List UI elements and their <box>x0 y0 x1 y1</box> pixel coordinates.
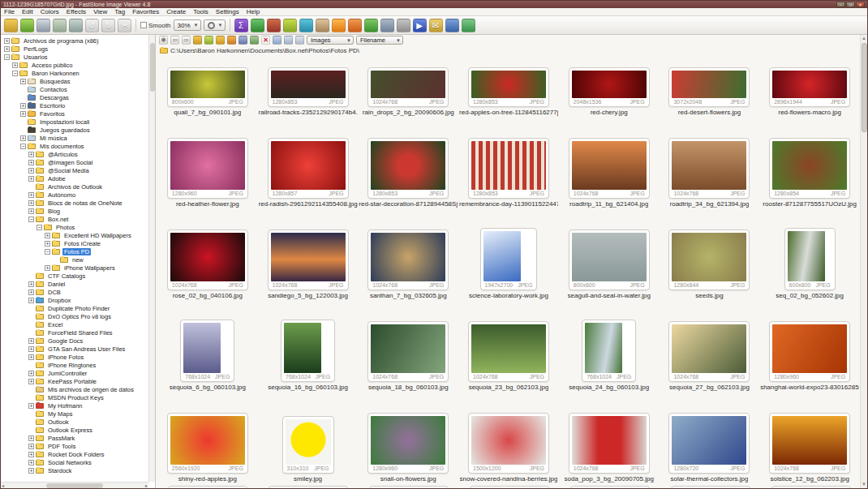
maximize-button[interactable]: □ <box>846 2 855 7</box>
tree-item-fotos-pd[interactable]: −Fotos PD <box>2 247 148 255</box>
tree-item-excellent-hd-wallpapers[interactable]: +Excellent HD Wallpapers <box>2 231 148 239</box>
tree-item-outlook-express[interactable]: Outlook Express <box>2 426 148 434</box>
tree-item-aut-nomo[interactable]: +Autónomo <box>2 191 148 199</box>
crop-board-icon[interactable] <box>397 19 410 32</box>
tree-item-perflogs[interactable]: +PerfLogs <box>2 45 148 53</box>
thumbnail[interactable]: 768x1024JPEGsequoia_16_bg_060103.jpg <box>258 302 359 393</box>
tree-expander[interactable]: + <box>12 62 18 68</box>
folder-favorite-icon[interactable] <box>227 36 236 45</box>
thumbnail[interactable]: 768x1024JPEGsequoia_6_bg_060103.jpg <box>157 302 258 393</box>
tree-item-duplicate-photo-finder[interactable]: Duplicate Photo Finder <box>2 304 148 312</box>
tree-expander[interactable]: + <box>45 233 50 238</box>
thumbnail[interactable]: 1280x853JPEGred-star-decoration-87128944… <box>358 118 458 210</box>
tree-expander[interactable]: + <box>28 452 34 457</box>
thumbnail[interactable]: 1024x768JPEGroadtrip_34_bg_621394.jpg <box>660 118 760 210</box>
tree-expander[interactable]: + <box>28 200 34 206</box>
contact-sheet-icon[interactable] <box>380 19 394 32</box>
clone-stamp-icon[interactable] <box>299 19 313 32</box>
effects-icon[interactable] <box>283 19 297 32</box>
tree-vertical-scrollbar[interactable] <box>148 35 155 482</box>
scroll-up-arrow[interactable]: ▲ <box>861 35 867 42</box>
tree-item-photos[interactable]: −Photos <box>2 223 148 231</box>
folder-refresh-icon[interactable] <box>204 36 213 45</box>
content-scrollbar[interactable]: ▲ ▼ <box>860 35 867 488</box>
tree-horizontal-scrollbar[interactable]: ◂ ▸ <box>1 482 148 488</box>
tree-expander[interactable]: + <box>28 281 34 287</box>
thumbnail[interactable]: 1947x2700JPEGscience-laboratory-work.jpg <box>458 210 559 302</box>
thumbnail[interactable]: 1280x857JPEGred-radish-2961292114355408.… <box>258 118 359 210</box>
tree-item-mi-m-sica[interactable]: +Mi música <box>2 134 148 142</box>
tree-item-juegos-guardados[interactable]: Juegos guardados <box>2 126 148 134</box>
address-bar[interactable]: C:\Users\Baron Harkonnen\Documents\Box.n… <box>156 45 867 55</box>
copy-to-folder-icon[interactable] <box>53 19 67 32</box>
thumbnail[interactable]: 600x800JPEGseq_02_bg_052602.jpg <box>759 210 860 302</box>
slideshow-icon[interactable]: ▶ <box>413 19 427 32</box>
color-adjust-icon[interactable] <box>332 19 346 32</box>
thumbnail[interactable]: 1500x1200JPEGsnow-covered-nandina-berrie… <box>458 393 559 485</box>
close-button[interactable]: ✕ <box>856 2 865 7</box>
tree-expander[interactable]: + <box>28 160 34 165</box>
tree-item-blocs-de-notas-de-onenote[interactable]: +Blocs de notas de OneNote <box>2 199 148 207</box>
tree-item--art-culos[interactable]: +@Artículos <box>2 150 148 158</box>
tree-expander[interactable]: + <box>4 46 10 52</box>
thumbnail-partial[interactable] <box>258 485 359 488</box>
forward-icon[interactable]: ⇨ <box>182 36 191 45</box>
open-folder-icon[interactable] <box>4 19 18 32</box>
tree-item-contactos[interactable]: Contactos <box>2 85 148 93</box>
tree-expander[interactable]: + <box>28 338 34 344</box>
tree-item-gta-san-andreas-user-files[interactable]: +GTA San Andreas User Files <box>2 345 148 353</box>
tree-expander[interactable]: + <box>45 241 50 247</box>
tree-item-b-squedas[interactable]: +Búsquedas <box>2 77 148 85</box>
tree-expander[interactable]: + <box>28 298 34 303</box>
tree-expander[interactable]: + <box>28 435 34 441</box>
thumbnail[interactable]: 1280x960JPEGred-heather-flower.jpg <box>157 118 258 210</box>
tree-item-baron-harkonnen[interactable]: −Baron Harkonnen <box>2 69 148 77</box>
tree-item-iphone-fotos[interactable]: +iPhone Fotos <box>2 353 148 361</box>
tree-item-dcb[interactable]: +DCB <box>2 288 148 296</box>
scrollbar-thumb[interactable] <box>150 43 155 92</box>
thumbnail-partial[interactable] <box>359 485 459 488</box>
thumbnail-partial[interactable] <box>560 485 660 488</box>
tree-item-msdn-product-keys[interactable]: MSDN Product Keys <box>2 393 148 401</box>
thumbnail-partial[interactable] <box>761 485 860 488</box>
tree-item-mis-documentos[interactable]: −Mis documentos <box>2 142 148 150</box>
tree-item-fotos-icreate[interactable]: +Fotos iCreate <box>2 239 148 247</box>
menu-settings[interactable]: Settings <box>216 8 239 16</box>
compare-icon[interactable]: Σ <box>234 19 248 32</box>
move-file-icon[interactable] <box>250 36 259 45</box>
thumbnail-partial[interactable] <box>660 485 761 488</box>
scrollbar-thumb[interactable] <box>862 43 867 132</box>
thumbnail[interactable]: 1280x720JPEGsolar-thermal-collectors.jpg <box>660 393 760 485</box>
thumbnail-partial[interactable] <box>157 485 258 488</box>
smooth-checkbox[interactable]: Smooth <box>140 22 171 29</box>
tree-item-new[interactable]: new <box>2 255 148 264</box>
thumbnail[interactable]: 1024x768JPEGsequoia_18_bg_060103.jpg <box>358 302 458 393</box>
favorites-star-icon[interactable]: ✱ <box>159 36 168 45</box>
view-list-icon[interactable] <box>284 36 293 45</box>
scan-icon[interactable] <box>462 19 475 32</box>
tree-item-dropbox[interactable]: +Dropbox <box>2 296 148 304</box>
email-icon[interactable]: ✉ <box>429 19 443 32</box>
tree-item-my-maps[interactable]: My Maps <box>2 410 148 418</box>
scroll-down-arrow[interactable]: ▼ <box>861 481 867 488</box>
tree-expander[interactable]: − <box>28 217 34 222</box>
thumbnail[interactable]: 310x310JPEGsmiley.jpg <box>258 393 359 485</box>
copy-file-icon[interactable] <box>238 36 247 45</box>
tree-item-escritorio[interactable]: +Escritorio <box>2 101 148 109</box>
tree-item-adobe[interactable]: +Adobe <box>2 174 148 182</box>
thumbnail[interactable]: 2560x1920JPEGshiny-red-apples.jpg <box>157 393 258 485</box>
tree-expander[interactable]: + <box>28 371 34 376</box>
tree-expander[interactable]: + <box>20 79 26 84</box>
thumbnail-partial[interactable] <box>459 485 560 488</box>
tree-expander[interactable]: + <box>20 111 26 117</box>
thumbnail[interactable]: 1280x844JPEGseeds.jpg <box>660 210 760 302</box>
red-eye-icon[interactable] <box>267 19 281 32</box>
tree-expander[interactable]: − <box>4 54 10 60</box>
thumbnail[interactable]: 1280x854JPEGrooster-871287755517UOzU.jpg <box>759 118 860 210</box>
zoom-select[interactable]: 30% ▼ <box>174 19 201 31</box>
tree-item-blog[interactable]: +Blog <box>2 207 148 215</box>
menu-colors[interactable]: Colors <box>41 8 59 16</box>
menu-effects[interactable]: Effects <box>67 8 86 16</box>
thumbnail[interactable]: 1024x768JPEGsanthan_7_bg_032605.jpg <box>358 210 458 302</box>
tree-item-social-networks[interactable]: +Social Networks <box>2 458 148 466</box>
